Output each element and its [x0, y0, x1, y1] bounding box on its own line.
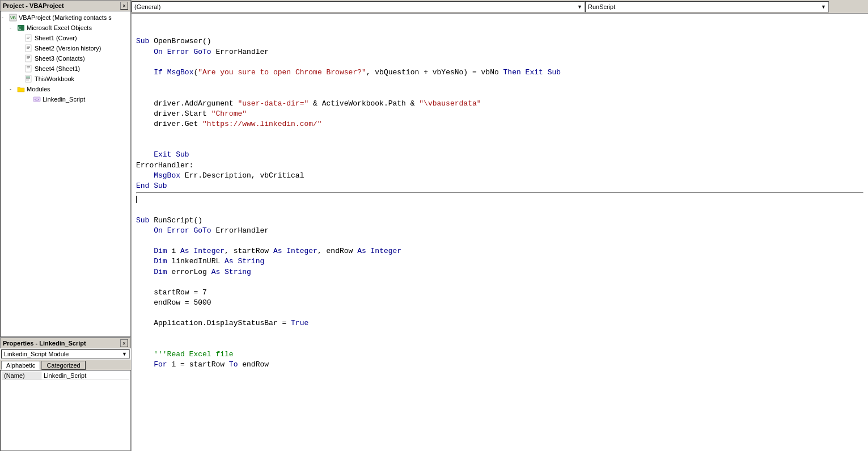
code-line: Dim linkedInURL As String: [136, 256, 863, 267]
code-line: [136, 308, 863, 318]
tree-item-sheet3[interactable]: Sheet3 (Contacts): [2, 53, 129, 64]
tree-item-linkedin-script[interactable]: <>Linkedin_Script: [2, 94, 129, 104]
sheet-icon: [24, 64, 33, 73]
code-line: Sub RunScript(): [136, 216, 863, 226]
code-line: [136, 195, 863, 205]
code-line: [136, 339, 863, 349]
properties-dropdown-arrow-icon: ▼: [122, 351, 127, 357]
code-line: driver.Start "Chrome": [136, 109, 863, 119]
tree-item-sheet1[interactable]: Sheet1 (Cover): [2, 33, 129, 43]
sheet-icon: [24, 33, 33, 43]
code-line: [136, 205, 863, 215]
svg-rect-22: [26, 78, 30, 79]
excel-icon: E: [16, 23, 26, 32]
tree-expand-icon: -: [2, 15, 9, 20]
properties-content: (Name) Linkedin_Script: [0, 370, 131, 451]
tab-alphabetic[interactable]: Alphabetic: [1, 361, 40, 370]
code-line: [136, 329, 863, 339]
tree-item-excel-objects[interactable]: -EMicrosoft Excel Objects: [2, 23, 129, 33]
props-col-value: Linkedin_Script: [41, 372, 88, 380]
code-editor[interactable]: Sub OpenBrowser() On Error GoTo ErrorHan…: [132, 14, 868, 451]
properties-tabs: Alphabetic Categorized: [0, 360, 131, 370]
svg-rect-21: [26, 77, 30, 78]
tree-item-label: Microsoft Excel Objects: [27, 24, 92, 31]
code-panel: (General) ▼ RunScript ▼ Sub OpenBrowser(…: [132, 0, 868, 451]
code-line: For i = startRow To endRow: [136, 360, 863, 370]
svg-text:E: E: [18, 26, 22, 31]
tree-expand-icon: -: [10, 86, 16, 92]
properties-dropdown[interactable]: Linkedin_Script Module ▼: [1, 349, 130, 359]
svg-rect-13: [27, 56, 30, 57]
code-line: MsgBox Err.Description, vbCritical: [136, 171, 863, 181]
runscript-dropdown[interactable]: RunScript ▼: [585, 1, 829, 12]
code-line: [136, 57, 863, 68]
sheet-icon: [24, 44, 33, 53]
svg-rect-7: [27, 38, 29, 39]
module-icon: <>: [32, 95, 41, 104]
tree-item-sheet4[interactable]: Sheet4 (Sheet1): [2, 64, 129, 74]
code-line: On Error GoTo ErrorHandler: [136, 226, 863, 236]
code-line: startRow = 7: [136, 288, 863, 298]
svg-text:<>: <>: [35, 98, 39, 102]
code-line: [136, 277, 863, 288]
general-dropdown-value: (General): [134, 3, 160, 10]
workbook-icon: [24, 74, 33, 83]
project-title-bar: Project - VBAProject ×: [0, 0, 131, 11]
code-line: If MsgBox("Are you sure to open Chrome B…: [136, 68, 863, 78]
tree-item-label: Linkedin_Script: [43, 96, 85, 103]
tree-item-vbaproject[interactable]: -VBVBAProject (Marketing contacts s: [2, 12, 129, 23]
code-line: Sub OpenBrowser(): [136, 36, 863, 47]
svg-rect-19: [27, 69, 29, 69]
project-title: Project - VBAProject: [3, 2, 64, 9]
tree-item-thisworkbook[interactable]: ThisWorkbook: [2, 74, 129, 84]
tree-item-label: ThisWorkbook: [35, 75, 74, 82]
project-panel: Project - VBAProject × -VBVBAProject (Ma…: [0, 0, 131, 338]
properties-title-bar: Properties - Linkedin_Script ×: [0, 338, 131, 348]
general-dropdown-arrow-icon: ▼: [573, 4, 582, 10]
tree-item-modules[interactable]: -Modules: [2, 84, 129, 94]
runscript-dropdown-arrow-icon: ▼: [816, 4, 826, 10]
general-dropdown[interactable]: (General) ▼: [132, 1, 585, 12]
properties-dropdown-value: Linkedin_Script Module: [4, 351, 69, 357]
project-tree[interactable]: -VBVBAProject (Marketing contacts s-EMic…: [0, 11, 131, 337]
tree-item-label: Sheet1 (Cover): [35, 35, 77, 41]
svg-rect-5: [27, 36, 30, 36]
tree-item-label: Sheet4 (Sheet1): [35, 65, 80, 72]
svg-rect-6: [27, 37, 30, 37]
code-line: On Error GoTo ErrorHandler: [136, 47, 863, 57]
code-line: End Sub: [136, 181, 863, 191]
tree-item-label: Modules: [27, 86, 50, 92]
svg-rect-14: [27, 57, 30, 58]
code-line: Exit Sub: [136, 150, 863, 160]
code-line: [136, 88, 863, 98]
code-toolbar: (General) ▼ RunScript ▼: [132, 0, 868, 14]
code-line: ErrorHandler:: [136, 161, 863, 171]
props-row-name: (Name) Linkedin_Script: [2, 372, 129, 380]
properties-close-button[interactable]: ×: [120, 339, 128, 347]
tree-expand-icon: -: [10, 25, 16, 31]
code-line: Application.DisplayStatusBar = True: [136, 318, 863, 328]
properties-panel: Properties - Linkedin_Script × Linkedin_…: [0, 338, 131, 451]
code-line: Dim i As Integer, startRow As Integer, e…: [136, 246, 863, 256]
code-line: '''Read Excel file: [136, 349, 863, 360]
svg-rect-17: [27, 66, 30, 67]
tree-item-label: VBAProject (Marketing contacts s: [19, 14, 112, 21]
project-close-button[interactable]: ×: [120, 2, 128, 10]
svg-rect-18: [27, 68, 30, 68]
code-line: [136, 129, 863, 140]
code-line: [136, 236, 863, 246]
svg-rect-23: [26, 80, 29, 81]
svg-text:VB: VB: [10, 16, 16, 20]
code-line: driver.Get "https://www.linkedin.com/": [136, 119, 863, 129]
sheet-icon: [24, 54, 33, 63]
code-line: driver.AddArgument "user-data-dir=" & Ac…: [136, 99, 863, 109]
vba-icon: VB: [9, 13, 18, 22]
tree-item-sheet2[interactable]: Sheet2 (Version history): [2, 43, 129, 53]
tab-categorized[interactable]: Categorized: [41, 361, 85, 370]
tree-item-label: Sheet3 (Contacts): [35, 55, 85, 62]
code-line: [136, 78, 863, 88]
props-col-name: (Name): [2, 372, 41, 380]
svg-rect-10: [27, 47, 30, 48]
tree-item-label: Sheet2 (Version history): [35, 45, 101, 52]
properties-title: Properties - Linkedin_Script: [3, 340, 86, 347]
